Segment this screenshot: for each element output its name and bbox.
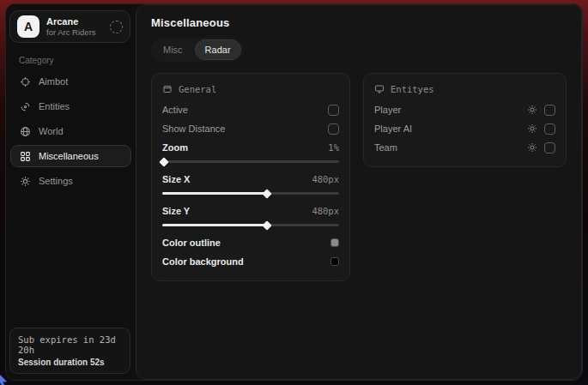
slider-thumb[interactable] [262,220,271,230]
entity-controls [527,123,555,135]
grid-icon [20,151,31,162]
setting-label: Color outline [162,238,221,248]
setting-row-show-distance: Show Distance [162,119,339,138]
brand-subtitle: for Arc Riders [46,27,96,37]
sidebar-item-label: Miscellaneous [39,151,99,161]
window-icon [162,84,173,94]
player-checkbox[interactable] [544,105,555,116]
sidebar: A Arcane for Arc Riders Category Aimbot … [6,4,136,380]
entity-controls [527,105,555,116]
tab-bar: Misc Radar [151,38,243,62]
setting-row-zoom: Zoom 1% [162,138,339,157]
setting-label: Size X [162,174,190,184]
sidebar-item-entities[interactable]: Entities [10,95,131,117]
entities-card-header: Entityes [374,84,555,94]
color-background-swatch[interactable] [330,257,339,266]
refresh-icon[interactable] [110,21,123,33]
entities-card: Entityes Player Player AI [363,73,567,167]
gear-icon[interactable] [527,123,537,134]
general-card: General Active Show Distance Zoom 1% [151,73,350,281]
globe-icon [20,126,31,137]
monitor-icon [374,84,385,94]
mouse-cursor [0,373,11,385]
gear-icon[interactable] [527,142,537,153]
sidebar-item-label: Entities [39,101,70,111]
setting-label: Color background [162,256,244,267]
tab-radar[interactable]: Radar [195,39,241,60]
sidebar-item-label: Aimbot [39,76,68,87]
crosshair-icon [20,76,31,87]
general-card-title: General [179,84,216,94]
sidebar-item-world[interactable]: World [10,120,131,142]
brand-text: Arcane for Arc Riders [46,16,96,38]
app-window: A Arcane for Arc Riders Category Aimbot … [5,3,583,381]
slider-fill [162,224,267,226]
setting-label: Show Distance [162,123,225,134]
sidebar-item-settings[interactable]: Settings [10,170,131,192]
slider-thumb[interactable] [262,189,271,198]
entities-icon [20,101,31,112]
category-label: Category [19,56,136,65]
player-ai-checkbox[interactable] [544,123,555,135]
entity-row-player-ai: Player AI [374,119,555,138]
page-title: Miscellaneous [151,16,567,29]
entity-label: Player AI [374,123,412,134]
brand-name: Arcane [46,16,96,27]
setting-row-color-background: Color background [162,252,339,271]
sidebar-item-aimbot[interactable]: Aimbot [10,70,131,93]
setting-label: Zoom [162,142,188,153]
sidebar-item-label: World [39,126,64,136]
setting-label: Size Y [162,206,190,216]
tab-misc[interactable]: Misc [153,39,193,60]
size-y-slider[interactable] [162,224,339,226]
setting-row-size-x: Size X 480px [162,170,339,189]
size-x-slider[interactable] [162,192,339,195]
slider-fill [162,192,267,195]
entity-label: Team [374,142,397,153]
setting-label: Active [162,105,188,115]
brand-logo: A [17,15,39,38]
gear-icon [20,176,31,187]
color-outline-swatch[interactable] [330,238,339,247]
entity-row-player: Player [374,100,555,119]
team-checkbox[interactable] [544,142,555,153]
sidebar-nav: Aimbot Entities World Miscellaneous [6,70,136,192]
session-duration-text: Session duration 52s [18,358,122,367]
brand-card: A Arcane for Arc Riders [9,10,130,43]
zoom-value: 1% [328,142,339,153]
size-y-value: 480px [312,206,339,216]
sidebar-item-label: Settings [39,176,73,186]
entity-controls [527,142,555,153]
sub-expiry-text: Sub expires in 23d 20h [18,334,122,355]
setting-row-color-outline: Color outline [162,233,339,252]
subscription-card: Sub expires in 23d 20h Session duration … [9,328,130,374]
setting-row-size-y: Size Y 480px [162,202,339,220]
zoom-slider[interactable] [162,160,339,163]
gear-icon[interactable] [527,105,537,115]
active-checkbox[interactable] [328,105,339,116]
show-distance-checkbox[interactable] [328,123,339,135]
size-x-value: 480px [312,174,339,184]
entities-card-title: Entityes [391,84,434,94]
main-panel: Miscellaneous Misc Radar General Active [136,4,582,380]
entity-label: Player [374,105,401,115]
slider-thumb[interactable] [159,157,168,166]
entity-row-team: Team [374,138,555,157]
general-card-header: General [162,84,339,94]
setting-row-active: Active [162,100,339,119]
sidebar-item-miscellaneous[interactable]: Miscellaneous [10,145,131,167]
cards-row: General Active Show Distance Zoom 1% [151,73,567,281]
